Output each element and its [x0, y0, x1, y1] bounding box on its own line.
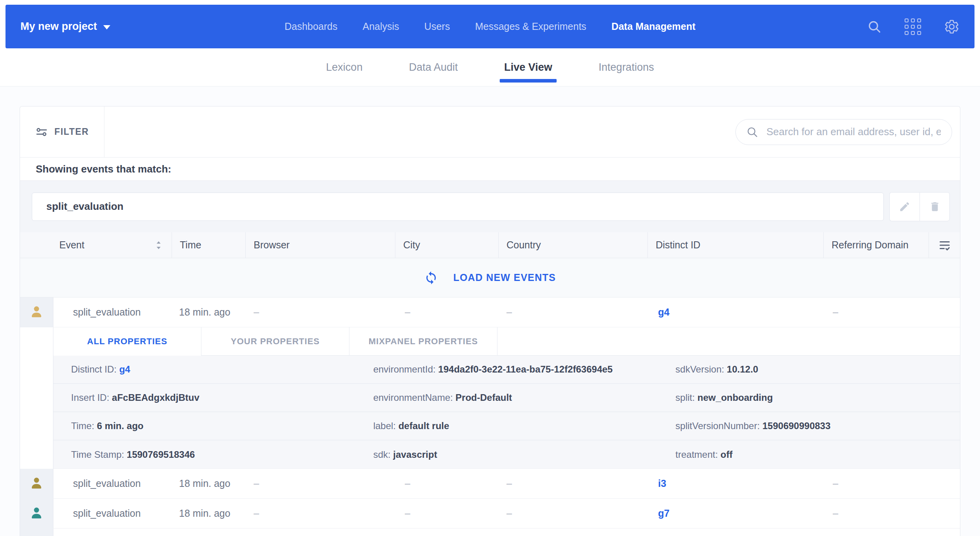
settings-gear-icon[interactable]	[944, 19, 960, 35]
tab-mixpanel-properties[interactable]: MIXPANEL PROPERTIES	[349, 327, 497, 356]
event-name: split_evaluation	[53, 469, 172, 498]
column-header-browser[interactable]: Browser	[246, 232, 395, 258]
nav-messages-experiments[interactable]: Messages & Experiments	[475, 21, 586, 32]
tab-live-view[interactable]: Live View	[504, 48, 552, 86]
distinct-id-link[interactable]: g4	[119, 364, 130, 374]
column-settings-icon	[938, 239, 951, 252]
event-browser: –	[246, 469, 395, 498]
avatar	[20, 499, 53, 528]
query-heading: Showing events that match:	[20, 158, 960, 180]
distinct-id-link[interactable]: g7	[658, 508, 669, 519]
event-city: –	[395, 297, 499, 327]
tab-integrations[interactable]: Integrations	[599, 48, 654, 86]
event-city: –	[395, 469, 499, 498]
column-settings-button[interactable]	[929, 232, 960, 258]
user-search-box	[735, 119, 952, 145]
project-name: My new project	[20, 20, 97, 33]
chevron-down-icon	[103, 25, 110, 29]
load-new-events-label: LOAD NEW EVENTS	[453, 272, 556, 283]
load-new-events-button[interactable]: LOAD NEW EVENTS	[20, 258, 960, 297]
event-row[interactable]: split_evaluation 18 min. ago – – – g4 –	[20, 297, 960, 327]
sort-arrows-icon[interactable]	[154, 240, 163, 250]
property: Time Stamp: 1590769518346	[53, 449, 356, 460]
toolbar-rest	[104, 106, 960, 157]
data-management-subnav: Lexicon Data Audit Live View Integration…	[0, 48, 980, 86]
event-referring-domain: –	[824, 469, 929, 498]
column-header-time[interactable]: Time	[172, 232, 246, 258]
apps-grid-icon[interactable]	[905, 18, 921, 35]
query-band: split_evaluation	[20, 180, 960, 232]
event-name: split_evaluation	[53, 499, 172, 528]
avatar	[20, 529, 53, 536]
property: Distinct ID: g4	[53, 364, 356, 375]
event-row-partial	[20, 529, 960, 536]
event-country: –	[499, 499, 648, 528]
nav-dashboards[interactable]: Dashboards	[285, 21, 338, 32]
event-row[interactable]: split_evaluation 18 min. ago – – – i3 –	[20, 469, 960, 499]
event-city: –	[395, 499, 499, 528]
main-nav: Dashboards Analysis Users Messages & Exp…	[285, 21, 696, 32]
event-properties-panel: ALL PROPERTIES YOUR PROPERTIES MIXPANEL …	[20, 327, 960, 469]
delete-filter-button[interactable]	[920, 192, 950, 221]
event-country: –	[499, 297, 648, 327]
property-row: Insert ID: aFcBEAdgxkdjBtuv environmentN…	[53, 384, 960, 412]
property: sdkVersion: 10.12.0	[658, 364, 960, 375]
property-row: Time Stamp: 1590769518346 sdk: javascrip…	[53, 441, 960, 469]
person-icon	[29, 305, 44, 320]
column-header-distinct-id[interactable]: Distinct ID	[648, 232, 824, 258]
property-row: Distinct ID: g4 environmentId: 194da2f0-…	[53, 356, 960, 384]
property: splitVersionNumber: 1590690990833	[658, 420, 960, 431]
property: split: new_onboarding	[658, 392, 960, 403]
event-distinct-id: g4	[648, 297, 824, 327]
avatar	[20, 469, 53, 498]
column-header-country[interactable]: Country	[499, 232, 648, 258]
property: label: default rule	[356, 420, 658, 431]
column-header-city[interactable]: City	[395, 232, 499, 258]
event-distinct-id: g7	[648, 499, 824, 528]
nav-data-management[interactable]: Data Management	[611, 21, 695, 32]
property: treatment: off	[658, 449, 960, 460]
edit-pencil-icon	[899, 201, 911, 213]
project-switcher[interactable]: My new project	[20, 20, 110, 33]
event-browser: –	[246, 297, 395, 327]
filter-button[interactable]: FILTER	[20, 106, 104, 157]
search-icon[interactable]	[867, 19, 882, 34]
properties-tabs: ALL PROPERTIES YOUR PROPERTIES MIXPANEL …	[53, 327, 960, 356]
event-time: 18 min. ago	[172, 297, 246, 327]
event-filter-input[interactable]: split_evaluation	[32, 193, 884, 221]
distinct-id-link[interactable]: i3	[658, 478, 666, 489]
event-referring-domain: –	[824, 297, 929, 327]
avatar	[20, 297, 53, 327]
nav-users[interactable]: Users	[424, 21, 450, 32]
tab-your-properties[interactable]: YOUR PROPERTIES	[201, 327, 349, 356]
property: sdk: javascript	[356, 449, 658, 460]
properties-main: ALL PROPERTIES YOUR PROPERTIES MIXPANEL …	[53, 327, 960, 469]
column-header-referring-domain[interactable]: Referring Domain	[824, 232, 929, 258]
event-row-spacer	[929, 469, 960, 498]
live-view-content: FILTER Showing events that match: split_…	[0, 86, 980, 536]
event-time: 18 min. ago	[172, 469, 246, 498]
properties-gutter	[20, 327, 53, 469]
event-country: –	[499, 469, 648, 498]
delete-trash-icon	[929, 201, 941, 213]
property: Insert ID: aFcBEAdgxkdjBtuv	[53, 392, 356, 403]
column-header-event[interactable]: Event	[20, 232, 172, 258]
tab-data-audit[interactable]: Data Audit	[409, 48, 458, 86]
event-browser: –	[246, 499, 395, 528]
distinct-id-link[interactable]: g4	[658, 307, 669, 318]
tab-lexicon[interactable]: Lexicon	[326, 48, 362, 86]
event-row[interactable]: split_evaluation 18 min. ago – – – g7 –	[20, 499, 960, 529]
filter-sliders-icon	[35, 126, 48, 138]
property-row: Time: 6 min. ago label: default rule spl…	[53, 412, 960, 441]
topbar-icons	[867, 18, 960, 35]
nav-analysis[interactable]: Analysis	[363, 21, 399, 32]
table-header: Event Time Browser City Country Distinct…	[20, 232, 960, 258]
search-icon	[746, 126, 759, 138]
tab-all-properties[interactable]: ALL PROPERTIES	[53, 327, 201, 356]
edit-filter-button[interactable]	[889, 192, 920, 221]
top-navigation-bar: My new project Dashboards Analysis Users…	[5, 5, 975, 48]
person-icon	[29, 506, 44, 521]
search-input[interactable]	[766, 125, 942, 138]
event-name: split_evaluation	[53, 297, 172, 327]
events-card: FILTER Showing events that match: split_…	[20, 106, 960, 536]
